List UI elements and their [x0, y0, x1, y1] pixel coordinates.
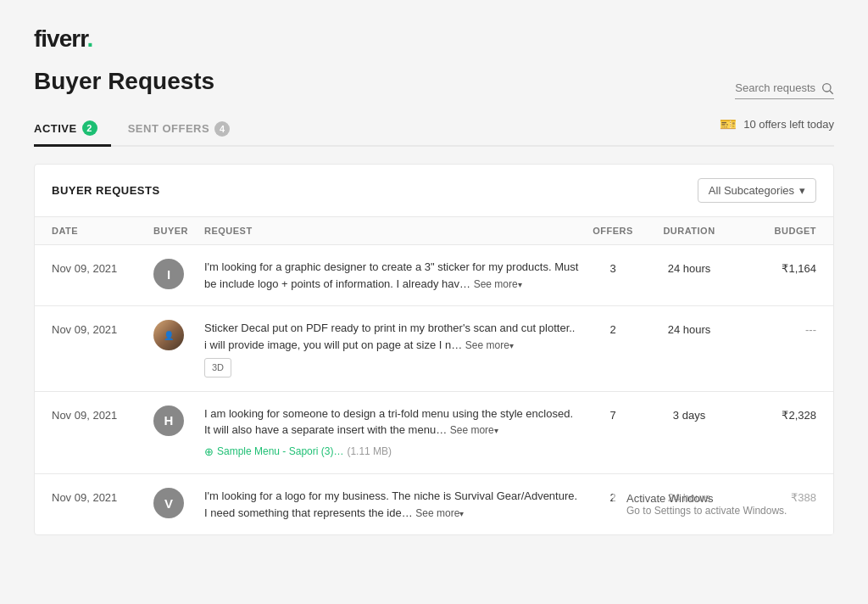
row4-buyer-avatar: V: [153, 488, 204, 518]
col-date: DATE: [52, 226, 153, 236]
row3-offers: 7: [579, 405, 647, 422]
offers-icon: 🎫: [720, 116, 737, 132]
col-budget: BUDGET: [732, 226, 816, 236]
row2-duration: 24 hours: [647, 320, 732, 336]
row2-see-more[interactable]: See more▾: [465, 339, 514, 351]
offers-left-container: 🎫 10 offers left today: [720, 116, 834, 141]
table-row: Nov 09, 2021 I I'm looking for a graphic…: [35, 245, 833, 306]
tab-sent-offers[interactable]: SENT OFFERS 4: [128, 113, 244, 147]
row4-request: I'm looking for a logo for my business. …: [204, 488, 579, 521]
search-box[interactable]: Search requests: [735, 81, 834, 99]
tabs-row: ACTIVE 2 SENT OFFERS 4 🎫 10 offers left …: [34, 112, 834, 147]
avatar: V: [153, 488, 184, 518]
row3-see-more[interactable]: See more▾: [450, 424, 498, 436]
row3-attachment[interactable]: ⊕ Sample Menu - Sapori (3)… (1.11 MB): [204, 444, 579, 461]
logo-text: fiverr: [34, 25, 87, 52]
row1-budget: ₹1,164: [732, 259, 816, 275]
row4-budget: ₹388: [732, 488, 816, 504]
tab-active-badge: 2: [82, 120, 97, 136]
table-header: DATE BUYER REQUEST OFFERS DURATION BUDGE…: [35, 217, 833, 245]
offers-left-text: 10 offers left today: [743, 118, 834, 131]
row3-buyer-avatar: H: [153, 405, 204, 436]
row2-offers: 2: [579, 320, 647, 336]
col-offers: OFFERS: [579, 226, 647, 236]
chevron-down-icon: ▾: [799, 184, 805, 197]
search-label: Search requests: [735, 81, 815, 94]
attachment-icon: ⊕: [204, 444, 214, 461]
row4-duration: 24 hours: [647, 488, 732, 504]
logo-dot: .: [87, 25, 93, 52]
row3-request: I am looking for someone to design a tri…: [204, 405, 579, 461]
page-title: Buyer Requests: [34, 68, 214, 95]
row1-request: I'm looking for a graphic designer to cr…: [204, 259, 579, 292]
tab-active-label: ACTIVE: [34, 122, 77, 135]
row2-date: Nov 09, 2021: [52, 320, 153, 336]
tabs-left: ACTIVE 2 SENT OFFERS 4: [34, 112, 260, 145]
row3-date: Nov 09, 2021: [52, 405, 153, 422]
row1-duration: 24 hours: [647, 259, 732, 275]
subcategory-label: All Subcategories: [709, 184, 794, 197]
row2-buyer-avatar: 👤: [153, 320, 204, 350]
windows-activate-overlay: Activate Windows Go to Settings to activ…: [613, 474, 833, 534]
subcategory-dropdown[interactable]: All Subcategories ▾: [698, 178, 816, 203]
row1-buyer-avatar: I: [153, 259, 204, 289]
tab-active[interactable]: ACTIVE 2: [34, 112, 111, 147]
table-row: Nov 09, 2021 H I am looking for someone …: [35, 392, 833, 475]
avatar: I: [153, 259, 184, 289]
tab-sent-offers-badge: 4: [214, 121, 230, 137]
row1-offers: 3: [579, 259, 647, 275]
avatar: 👤: [153, 320, 184, 350]
svg-point-0: [823, 83, 831, 91]
svg-line-1: [830, 91, 833, 94]
col-request: REQUEST: [204, 226, 579, 236]
table-row: Nov 09, 2021 V I'm looking for a logo fo…: [35, 474, 833, 534]
row2-budget: ---: [732, 320, 816, 336]
row4-see-more[interactable]: See more▾: [415, 507, 464, 519]
search-icon: [821, 81, 834, 95]
row3-budget: ₹2,328: [732, 405, 816, 422]
row1-date: Nov 09, 2021: [52, 259, 153, 275]
row4-date: Nov 09, 2021: [52, 488, 153, 504]
col-buyer: BUYER: [153, 226, 204, 236]
table-row: Nov 09, 2021 👤 Sticker Decal put on PDF …: [35, 306, 833, 392]
row2-request: Sticker Decal put on PDF ready to print …: [204, 320, 579, 378]
logo: fiverr.: [34, 25, 834, 53]
tab-sent-offers-label: SENT OFFERS: [128, 122, 210, 135]
row2-tag: 3D: [204, 358, 231, 378]
col-duration: DURATION: [647, 226, 732, 236]
card-title: BUYER REQUESTS: [52, 184, 160, 197]
main-card: BUYER REQUESTS All Subcategories ▾ DATE …: [34, 164, 834, 535]
card-header: BUYER REQUESTS All Subcategories ▾: [35, 165, 833, 217]
row3-duration: 3 days: [647, 405, 732, 422]
windows-activate-subtitle: Go to Settings to activate Windows.: [626, 505, 820, 517]
row1-see-more[interactable]: See more▾: [474, 278, 522, 290]
avatar: H: [153, 405, 184, 436]
row4-offers: 2: [579, 488, 647, 504]
